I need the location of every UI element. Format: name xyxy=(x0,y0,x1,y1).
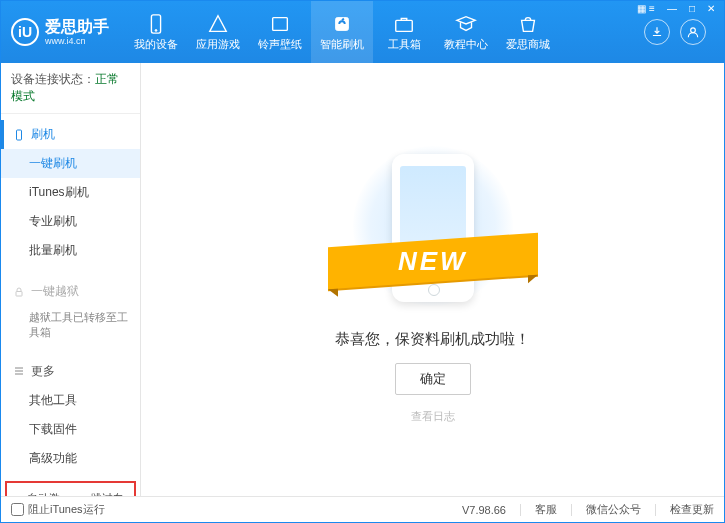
section-jailbreak-header[interactable]: 一键越狱 xyxy=(1,277,140,306)
nav-tutorial[interactable]: 教程中心 xyxy=(435,1,497,63)
header: ▦ ≡ — □ ✕ iU 爱思助手 www.i4.cn 我的设备 应用游戏 铃声 xyxy=(1,1,724,63)
divider xyxy=(655,504,656,516)
nav-flash[interactable]: 智能刷机 xyxy=(311,1,373,63)
sidebar-item-oneclick[interactable]: 一键刷机 xyxy=(1,149,140,178)
highlighted-checkboxes: 自动激活 跳过向导 xyxy=(5,481,136,496)
nav-toolbox[interactable]: 工具箱 xyxy=(373,1,435,63)
wallpaper-icon xyxy=(269,13,291,35)
connection-status: 设备连接状态：正常模式 xyxy=(1,63,140,114)
maximize-button[interactable]: □ xyxy=(686,3,698,14)
checkbox-block-itunes[interactable]: 阻止iTunes运行 xyxy=(11,502,105,517)
sidebar-item-firmware[interactable]: 下载固件 xyxy=(1,415,140,444)
service-link[interactable]: 客服 xyxy=(535,502,557,517)
app-subtitle: www.i4.cn xyxy=(45,36,109,47)
ok-button[interactable]: 确定 xyxy=(395,363,471,395)
sidebar-item-other[interactable]: 其他工具 xyxy=(1,386,140,415)
section-more: 更多 其他工具 下载固件 高级功能 xyxy=(1,351,140,479)
section-jailbreak: 一键越狱 越狱工具已转移至工具箱 xyxy=(1,271,140,351)
app-title: 爱思助手 xyxy=(45,17,109,36)
download-button[interactable] xyxy=(644,19,670,45)
version-label: V7.98.66 xyxy=(462,504,506,516)
window-controls: ▦ ≡ — □ ✕ xyxy=(634,3,718,14)
minimize-button[interactable]: — xyxy=(664,3,680,14)
body: 设备连接状态：正常模式 刷机 一键刷机 iTunes刷机 专业刷机 批量刷机 一… xyxy=(1,63,724,496)
view-log-link[interactable]: 查看日志 xyxy=(411,409,455,424)
wechat-link[interactable]: 微信公众号 xyxy=(586,502,641,517)
flash-icon xyxy=(331,13,353,35)
success-message: 恭喜您，保资料刷机成功啦！ xyxy=(335,330,530,349)
svg-rect-4 xyxy=(396,20,413,31)
svg-rect-6 xyxy=(17,130,22,140)
menu-icon[interactable]: ▦ ≡ xyxy=(634,3,658,14)
sidebar-item-itunes[interactable]: iTunes刷机 xyxy=(1,178,140,207)
tutorial-icon xyxy=(455,13,477,35)
sidebar-item-advanced[interactable]: 高级功能 xyxy=(1,444,140,473)
update-link[interactable]: 检查更新 xyxy=(670,502,714,517)
nav-my-device[interactable]: 我的设备 xyxy=(125,1,187,63)
nav-apps[interactable]: 应用游戏 xyxy=(187,1,249,63)
nav-store[interactable]: 爱思商城 xyxy=(497,1,559,63)
nav-ringtone[interactable]: 铃声壁纸 xyxy=(249,1,311,63)
success-illustration: NEW xyxy=(328,136,538,316)
device-icon xyxy=(145,13,167,35)
lock-icon xyxy=(13,286,25,298)
close-button[interactable]: ✕ xyxy=(704,3,718,14)
footer-right: V7.98.66 客服 微信公众号 检查更新 xyxy=(462,502,714,517)
toolbox-icon xyxy=(393,13,415,35)
divider xyxy=(520,504,521,516)
list-icon xyxy=(13,365,25,377)
phone-icon xyxy=(13,129,25,141)
jailbreak-note: 越狱工具已转移至工具箱 xyxy=(1,306,140,345)
sidebar-item-pro[interactable]: 专业刷机 xyxy=(1,207,140,236)
logo: iU 爱思助手 www.i4.cn xyxy=(11,17,109,47)
app-window: ▦ ≡ — □ ✕ iU 爱思助手 www.i4.cn 我的设备 应用游戏 铃声 xyxy=(0,0,725,523)
header-actions xyxy=(644,19,706,45)
main-content: NEW 恭喜您，保资料刷机成功啦！ 确定 查看日志 xyxy=(141,63,724,496)
section-flash: 刷机 一键刷机 iTunes刷机 专业刷机 批量刷机 xyxy=(1,114,140,271)
svg-rect-7 xyxy=(16,291,22,296)
top-nav: 我的设备 应用游戏 铃声壁纸 智能刷机 工具箱 教程中心 xyxy=(125,1,644,63)
logo-icon: iU xyxy=(11,18,39,46)
user-button[interactable] xyxy=(680,19,706,45)
divider xyxy=(571,504,572,516)
section-more-header[interactable]: 更多 xyxy=(1,357,140,386)
svg-rect-2 xyxy=(273,17,288,30)
svg-point-5 xyxy=(691,28,696,33)
apps-icon xyxy=(207,13,229,35)
sidebar: 设备连接状态：正常模式 刷机 一键刷机 iTunes刷机 专业刷机 批量刷机 一… xyxy=(1,63,141,496)
sidebar-item-batch[interactable]: 批量刷机 xyxy=(1,236,140,265)
section-flash-header[interactable]: 刷机 xyxy=(1,120,140,149)
footer: 阻止iTunes运行 V7.98.66 客服 微信公众号 检查更新 xyxy=(1,496,724,522)
store-icon xyxy=(517,13,539,35)
svg-point-1 xyxy=(155,29,157,31)
